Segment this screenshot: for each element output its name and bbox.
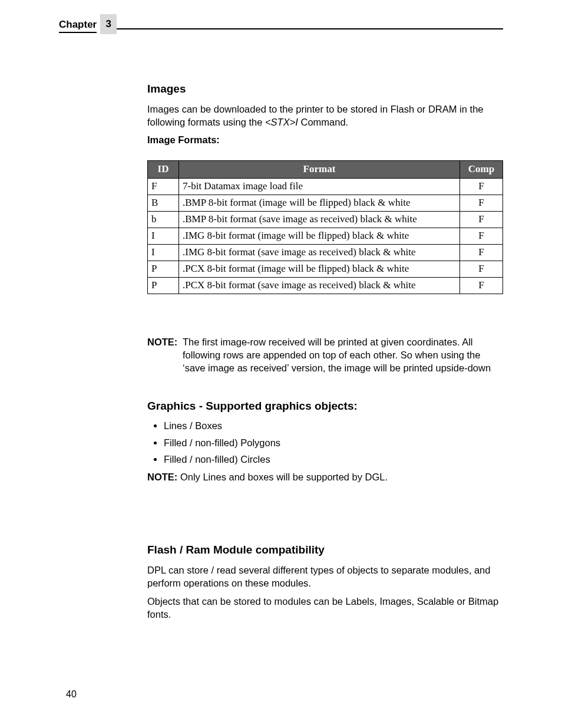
heading-graphics: Graphics - Supported graphics objects: bbox=[147, 398, 503, 414]
th-format: Format bbox=[179, 161, 460, 179]
table-row: F7-bit Datamax image load fileF bbox=[148, 179, 503, 195]
chapter-label: Chapter bbox=[59, 19, 97, 33]
list-item: Lines / Boxes bbox=[164, 419, 503, 432]
table-row: P.PCX 8-bit format (save image as receiv… bbox=[148, 278, 503, 294]
header-rule bbox=[117, 28, 503, 29]
image-formats-label: Image Formats: bbox=[147, 133, 503, 146]
list-item: Filled / non-filled) Circles bbox=[164, 453, 503, 466]
table-row: P.PCX 8-bit format (image will be flippe… bbox=[148, 261, 503, 278]
table-row: I.IMG 8-bit format (image will be flippe… bbox=[148, 228, 503, 245]
cell-format: .IMG 8-bit format (image will be flipped… bbox=[179, 228, 460, 245]
cell-id: P bbox=[148, 261, 179, 278]
note-label: NOTE: bbox=[147, 335, 183, 375]
graphics-list: Lines / BoxesFilled / non-filled) Polygo… bbox=[147, 419, 503, 466]
cell-id: B bbox=[148, 195, 179, 212]
note-block-2: NOTE: Only Lines and boxes will be suppo… bbox=[147, 470, 503, 483]
cell-id: F bbox=[148, 179, 179, 195]
table-row: b.BMP 8-bit format (save image as receiv… bbox=[148, 212, 503, 228]
th-comp: Comp bbox=[460, 161, 503, 179]
table-row: B.BMP 8-bit format (image will be flippe… bbox=[148, 195, 503, 212]
images-cmd: <STX>I bbox=[265, 117, 298, 127]
cell-format: .BMP 8-bit format (save image as receive… bbox=[179, 212, 460, 228]
cell-id: I bbox=[148, 245, 179, 261]
cell-id: P bbox=[148, 278, 179, 294]
flash-p2: Objects that can be stored to modules ca… bbox=[147, 595, 503, 621]
cell-comp: F bbox=[460, 212, 503, 228]
th-id: ID bbox=[148, 161, 179, 179]
note-label: NOTE: bbox=[147, 472, 177, 482]
cell-format: 7-bit Datamax image load file bbox=[179, 179, 460, 195]
cell-id: I bbox=[148, 228, 179, 245]
page-header: Chapter 3 bbox=[59, 18, 503, 34]
cell-format: .PCX 8-bit format (save image as receive… bbox=[179, 278, 460, 294]
cell-comp: F bbox=[460, 278, 503, 294]
cell-format: .BMP 8-bit format (image will be flipped… bbox=[179, 195, 460, 212]
heading-images: Images bbox=[147, 81, 503, 97]
heading-flash: Flash / Ram Module compatibility bbox=[147, 542, 503, 558]
note-block-1: NOTE: The first image-row received will … bbox=[147, 335, 503, 375]
table-header-row: ID Format Comp bbox=[148, 161, 503, 179]
cell-format: .PCX 8-bit format (image will be flipped… bbox=[179, 261, 460, 278]
cell-comp: F bbox=[460, 179, 503, 195]
cell-comp: F bbox=[460, 195, 503, 212]
list-item: Filled / non-filled) Polygons bbox=[164, 436, 503, 449]
page-number: 40 bbox=[66, 689, 77, 700]
cell-format: .IMG 8-bit format (save image as receive… bbox=[179, 245, 460, 261]
page-content: Images Images can be downloaded to the p… bbox=[147, 81, 503, 621]
flash-p1: DPL can store / read several different t… bbox=[147, 564, 503, 590]
images-intro-b: Command. bbox=[298, 117, 348, 127]
chapter-number: 3 bbox=[100, 14, 117, 34]
cell-id: b bbox=[148, 212, 179, 228]
note-text: The first image-row received will be pri… bbox=[183, 335, 503, 375]
image-formats-table: ID Format Comp F7-bit Datamax image load… bbox=[147, 160, 503, 294]
table-row: I.IMG 8-bit format (save image as receiv… bbox=[148, 245, 503, 261]
images-intro: Images can be downloaded to the printer … bbox=[147, 103, 503, 129]
note-text-body: Only Lines and boxes will be supported b… bbox=[180, 472, 388, 482]
cell-comp: F bbox=[460, 245, 503, 261]
cell-comp: F bbox=[460, 228, 503, 245]
cell-comp: F bbox=[460, 261, 503, 278]
